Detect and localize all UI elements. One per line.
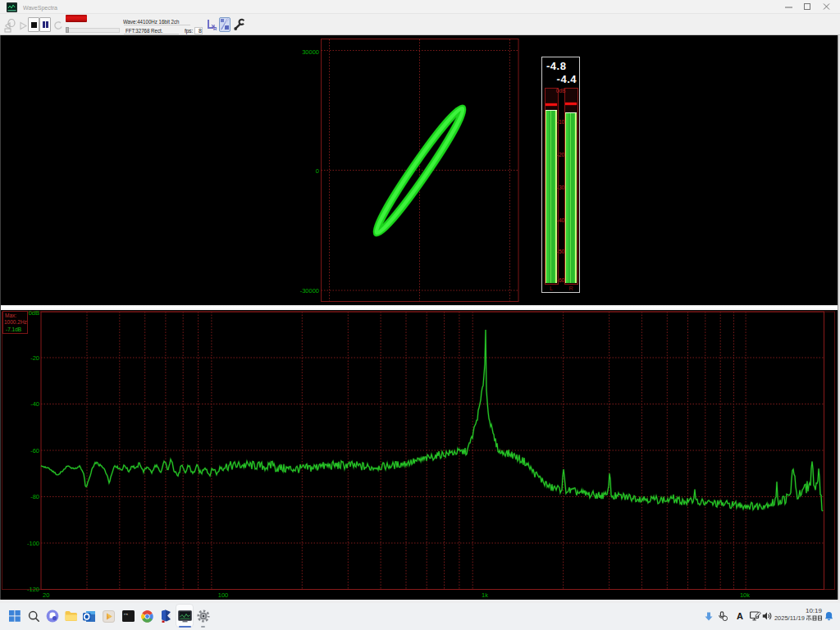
- svg-text:1k: 1k: [482, 591, 488, 599]
- svg-text:-7.1dB: -7.1dB: [6, 326, 21, 332]
- svg-text:100: 100: [218, 591, 229, 599]
- svg-text:-30000: -30000: [300, 287, 319, 294]
- svg-text:0dB: 0dB: [29, 310, 39, 317]
- svg-text:R: R: [213, 26, 217, 31]
- svg-text:10k: 10k: [740, 591, 750, 599]
- svg-text:-40: -40: [30, 400, 39, 408]
- svg-text:-80: -80: [30, 493, 39, 500]
- svg-text:-120: -120: [27, 586, 39, 593]
- svg-text:-20: -20: [30, 354, 39, 362]
- svg-text:30000: 30000: [302, 48, 319, 56]
- svg-text:-100: -100: [27, 540, 39, 547]
- svg-text:0: 0: [316, 167, 319, 175]
- svg-text:20: 20: [43, 591, 49, 599]
- svg-text:1000.2Hz: 1000.2Hz: [4, 319, 27, 325]
- svg-text:PR: PR: [124, 613, 128, 616]
- svg-text:-60: -60: [30, 447, 39, 454]
- svg-text:Max:: Max:: [5, 313, 16, 318]
